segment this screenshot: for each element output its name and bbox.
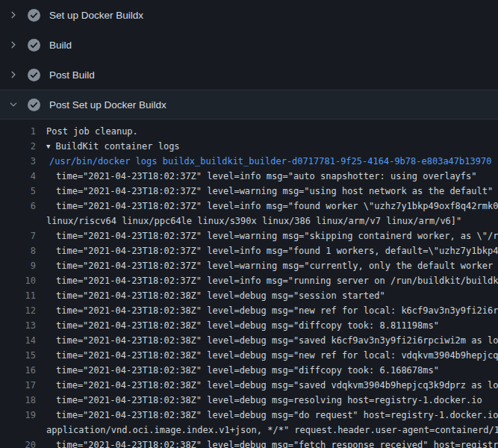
line-number[interactable]: 8 — [0, 243, 36, 258]
line-text: ▼time="2021-04-23T18:02:38Z" level=debug… — [46, 318, 498, 333]
check-circle-icon — [28, 9, 40, 22]
line-number[interactable]: 6 — [0, 199, 36, 214]
line-text-content: time="2021-04-23T18:02:38Z" level=debug … — [56, 305, 498, 316]
chevron-right-icon — [9, 69, 21, 81]
step-row-2[interactable]: Post Build — [0, 60, 498, 90]
line-text: ▼linux/riscv64 linux/ppc64le linux/s390x… — [46, 214, 498, 228]
log-line: ▼linux/riscv64 linux/ppc64le linux/s390x… — [0, 214, 498, 228]
line-text-content: linux/riscv64 linux/ppc64le linux/s390x … — [46, 216, 461, 226]
line-number[interactable]: 7 — [0, 228, 36, 243]
line-number[interactable] — [0, 423, 36, 438]
line-text: ▼time="2021-04-23T18:02:38Z" level=debug… — [46, 333, 498, 348]
line-text: ▼time="2021-04-23T18:02:37Z" level=warni… — [46, 258, 498, 273]
line-text-content: time="2021-04-23T18:02:38Z" level=debug … — [56, 440, 498, 448]
log-line: 5 ▼time="2021-04-23T18:02:37Z" level=war… — [0, 184, 498, 199]
line-text: ▼time="2021-04-23T18:02:37Z" level=info … — [46, 199, 498, 214]
line-text: ▼time="2021-04-23T18:02:38Z" level=debug… — [46, 438, 498, 448]
line-number[interactable]: 4 — [0, 169, 36, 184]
line-text-content: BuildKit container logs — [55, 141, 179, 152]
workflow-log-viewer: Set up Docker Buildx Build Post Build — [0, 0, 498, 448]
line-text: ▼/usr/bin/docker logs buildx_buildkit_bu… — [46, 154, 498, 169]
group-disclosure-icon[interactable]: ▼ — [46, 143, 50, 150]
line-text: ▼time="2021-04-23T18:02:37Z" level=warni… — [46, 184, 498, 199]
line-number[interactable]: 1 — [0, 124, 36, 139]
line-text: ▼BuildKit container logs — [46, 139, 498, 154]
line-text: ▼time="2021-04-23T18:02:37Z" level=info … — [46, 273, 498, 288]
step-label: Build — [49, 40, 72, 51]
line-text: ▼time="2021-04-23T18:02:38Z" level=debug… — [46, 378, 498, 393]
line-text: ▼time="2021-04-23T18:02:38Z" level=debug… — [46, 348, 498, 363]
log-line: 6 ▼time="2021-04-23T18:02:37Z" level=inf… — [0, 199, 498, 214]
line-number[interactable]: 9 — [0, 258, 36, 273]
log-line: 1 ▼Post job cleanup. — [0, 124, 498, 139]
line-text-content: time="2021-04-23T18:02:38Z" level=debug … — [56, 380, 498, 391]
line-text-content: time="2021-04-23T18:02:37Z" level=info m… — [56, 171, 477, 181]
chevron-right-icon — [9, 9, 21, 21]
line-text-content: time="2021-04-23T18:02:37Z" level=info m… — [56, 246, 498, 256]
line-text-content: time="2021-04-23T18:02:38Z" level=debug … — [56, 395, 482, 405]
line-text-content: time="2021-04-23T18:02:38Z" level=debug … — [56, 335, 498, 346]
log-line: 10 ▼time="2021-04-23T18:02:37Z" level=in… — [0, 273, 498, 288]
line-text-content: time="2021-04-23T18:02:38Z" level=debug … — [56, 320, 439, 331]
log-line: 19 ▼time="2021-04-23T18:02:38Z" level=de… — [0, 408, 498, 423]
log-area: 1 ▼Post job cleanup. 2 ▼BuildKit contain… — [0, 119, 498, 448]
line-text-content: /usr/bin/docker logs buildx_buildkit_bui… — [49, 156, 491, 167]
line-text-content: time="2021-04-23T18:02:38Z" level=debug … — [56, 350, 498, 361]
step-row-0[interactable]: Set up Docker Buildx — [0, 0, 498, 30]
line-number[interactable]: 14 — [0, 333, 36, 348]
log-line: 11 ▼time="2021-04-23T18:02:38Z" level=de… — [0, 288, 498, 303]
line-text-content: time="2021-04-23T18:02:37Z" level=info m… — [56, 201, 498, 211]
line-number[interactable]: 17 — [0, 378, 36, 393]
line-number[interactable]: 19 — [0, 408, 36, 423]
log-line: 16 ▼time="2021-04-23T18:02:38Z" level=de… — [0, 363, 498, 378]
line-text: ▼Post job cleanup. — [46, 124, 498, 139]
line-number[interactable]: 5 — [0, 184, 36, 199]
line-text-content: application/vnd.oci.image.index.v1+json,… — [46, 425, 498, 435]
step-row-1[interactable]: Build — [0, 30, 498, 60]
line-text-content: time="2021-04-23T18:02:37Z" level=info m… — [56, 276, 498, 286]
line-number[interactable]: 13 — [0, 318, 36, 333]
line-number[interactable]: 15 — [0, 348, 36, 363]
log-line: 12 ▼time="2021-04-23T18:02:38Z" level=de… — [0, 303, 498, 318]
line-text: ▼time="2021-04-23T18:02:37Z" level=info … — [46, 169, 498, 184]
log-line: 15 ▼time="2021-04-23T18:02:38Z" level=de… — [0, 348, 498, 363]
line-number[interactable]: 20 — [0, 438, 36, 448]
line-number[interactable]: 16 — [0, 363, 36, 378]
log-line: 9 ▼time="2021-04-23T18:02:37Z" level=war… — [0, 258, 498, 273]
log-line: ▼application/vnd.oci.image.index.v1+json… — [0, 423, 498, 438]
line-text: ▼time="2021-04-23T18:02:37Z" level=info … — [46, 243, 498, 258]
chevron-right-icon — [9, 39, 21, 51]
log-line: 20 ▼time="2021-04-23T18:02:38Z" level=de… — [0, 438, 498, 448]
line-text-content: Post job cleanup. — [46, 126, 138, 137]
line-number[interactable]: 2 — [0, 139, 36, 154]
step-label: Post Set up Docker Buildx — [49, 99, 166, 111]
log-line: 18 ▼time="2021-04-23T18:02:38Z" level=de… — [0, 393, 498, 408]
log-line: 4 ▼time="2021-04-23T18:02:37Z" level=inf… — [0, 169, 498, 184]
line-number[interactable]: 11 — [0, 288, 36, 303]
line-number[interactable]: 12 — [0, 303, 36, 318]
line-text: ▼time="2021-04-23T18:02:38Z" level=debug… — [46, 408, 498, 423]
steps-list: Set up Docker Buildx Build Post Build — [0, 0, 498, 119]
line-text-content: time="2021-04-23T18:02:38Z" level=debug … — [56, 290, 385, 301]
line-number[interactable]: 10 — [0, 273, 36, 288]
line-number[interactable] — [0, 214, 36, 228]
log-line: 7 ▼time="2021-04-23T18:02:37Z" level=war… — [0, 228, 498, 243]
line-number[interactable]: 3 — [0, 154, 36, 169]
log-line: 17 ▼time="2021-04-23T18:02:38Z" level=de… — [0, 378, 498, 393]
line-text-content: time="2021-04-23T18:02:37Z" level=warnin… — [56, 231, 498, 241]
check-circle-icon — [28, 99, 40, 111]
line-text-content: time="2021-04-23T18:02:38Z" level=debug … — [56, 410, 498, 420]
chevron-down-icon — [9, 99, 21, 111]
line-text: ▼time="2021-04-23T18:02:38Z" level=debug… — [46, 303, 498, 318]
line-text-content: time="2021-04-23T18:02:37Z" level=warnin… — [56, 186, 493, 196]
step-label: Post Build — [49, 69, 95, 81]
line-text: ▼time="2021-04-23T18:02:38Z" level=debug… — [46, 363, 498, 378]
line-number[interactable]: 18 — [0, 393, 36, 408]
step-row-3[interactable]: Post Set up Docker Buildx — [0, 90, 498, 119]
line-text-content: time="2021-04-23T18:02:37Z" level=warnin… — [56, 261, 498, 271]
log-line: 14 ▼time="2021-04-23T18:02:38Z" level=de… — [0, 333, 498, 348]
check-circle-icon — [28, 69, 40, 81]
line-text: ▼time="2021-04-23T18:02:38Z" level=debug… — [46, 288, 498, 303]
line-text: ▼time="2021-04-23T18:02:37Z" level=warni… — [46, 228, 498, 243]
step-label: Set up Docker Buildx — [49, 10, 143, 21]
